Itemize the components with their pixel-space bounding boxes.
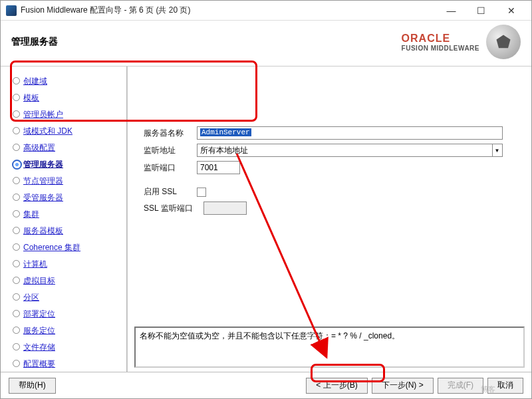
wizard-step-7[interactable]: 受管服务器 — [10, 190, 126, 206]
label-listen-port: 监听端口 — [144, 162, 197, 174]
app-icon — [6, 5, 17, 16]
combo-listen-address-value: 所有本地地址 — [200, 145, 248, 156]
label-server-name: 服务器名称 — [144, 128, 197, 139]
maximize-button[interactable]: ☐ — [466, 1, 496, 21]
footer-buttons: 帮助(H) < 上一步(B) 下一步(N) > 完成(F) 取消 — [1, 372, 531, 398]
checkbox-enable-ssl[interactable] — [197, 188, 206, 197]
wizard-step-4[interactable]: 高级配置 — [10, 140, 126, 156]
close-button[interactable]: ✕ — [496, 1, 526, 21]
content-panel: 服务器名称 AdminServer 监听地址 所有本地地址 ▼ 监听端口 启用 … — [127, 66, 531, 372]
label-enable-ssl: 启用 SSL — [144, 186, 197, 198]
window-controls: — ☐ ✕ — [436, 1, 526, 21]
label-ssl-port: SSL 监听端口 — [144, 203, 203, 214]
wizard-step-1[interactable]: 模板 — [10, 90, 126, 106]
wizard-step-9[interactable]: 服务器模板 — [10, 223, 126, 239]
back-button[interactable]: < 上一步(B) — [306, 378, 367, 394]
row-server-name: 服务器名称 AdminServer — [144, 126, 525, 140]
chevron-down-icon[interactable]: ▼ — [492, 144, 501, 156]
input-listen-port[interactable] — [197, 161, 240, 174]
page-header: 管理服务器 ORACLE FUSION MIDDLEWARE — [1, 21, 531, 66]
wizard-step-6[interactable]: 节点管理器 — [10, 173, 126, 190]
wizard-step-10[interactable]: Coherence 集群 — [10, 239, 126, 256]
body-area: 创建域模板管理员帐户域模式和 JDK高级配置管理服务器节点管理器受管服务器集群服… — [1, 66, 531, 372]
finish-button: 完成(F) — [438, 378, 483, 394]
wizard-step-8[interactable]: 集群 — [10, 206, 126, 223]
wizard-step-2[interactable]: 管理员帐户 — [10, 106, 126, 123]
combo-listen-address[interactable]: 所有本地地址 ▼ — [197, 144, 503, 157]
page-title: 管理服务器 — [11, 36, 402, 48]
label-listen-address: 监听地址 — [144, 145, 197, 156]
wizard-step-5[interactable]: 管理服务器 — [10, 156, 126, 173]
row-ssl-port: SSL 监听端口 — [144, 201, 525, 215]
row-enable-ssl: 启用 SSL — [144, 186, 525, 198]
brand-oracle: ORACLE — [402, 33, 479, 45]
wizard-step-15[interactable]: 服务定位 — [10, 323, 126, 339]
wizard-step-17[interactable]: 配置概要 — [10, 356, 126, 372]
next-button[interactable]: 下一步(N) > — [372, 378, 434, 394]
window-title: Fusion Middleware 配置向导 - 第 6 页 (共 20 页) — [21, 5, 436, 16]
wizard-step-12[interactable]: 虚拟目标 — [10, 273, 126, 289]
help-button[interactable]: 帮助(H) — [9, 378, 56, 394]
input-ssl-port — [203, 201, 247, 215]
svg-marker-0 — [497, 35, 511, 49]
watermark: 博客 — [481, 384, 495, 394]
wizard-step-13[interactable]: 分区 — [10, 289, 126, 306]
validation-message: 名称不能为空值或为空，并且不能包含以下任意字符：= * ? % / _clone… — [134, 327, 525, 368]
brand-block: ORACLE FUSION MIDDLEWARE — [402, 25, 521, 59]
wizard-step-0[interactable]: 创建域 — [10, 73, 126, 90]
minimize-button[interactable]: — — [436, 1, 466, 21]
brand-icon — [486, 25, 521, 59]
wizard-step-16[interactable]: 文件存储 — [10, 339, 126, 356]
wizard-step-3[interactable]: 域模式和 JDK — [10, 123, 126, 140]
row-listen-port: 监听端口 — [144, 161, 525, 174]
input-server-name[interactable]: AdminServer — [197, 126, 503, 140]
wizard-step-14[interactable]: 部署定位 — [10, 306, 126, 323]
wizard-steps-sidebar: 创建域模板管理员帐户域模式和 JDK高级配置管理服务器节点管理器受管服务器集群服… — [1, 66, 127, 372]
wizard-window: Fusion Middleware 配置向导 - 第 6 页 (共 20 页) … — [0, 0, 532, 399]
brand-text: ORACLE FUSION MIDDLEWARE — [402, 33, 479, 52]
wizard-step-11[interactable]: 计算机 — [10, 256, 126, 273]
row-listen-address: 监听地址 所有本地地址 ▼ — [144, 144, 525, 157]
form-area: 服务器名称 AdminServer 监听地址 所有本地地址 ▼ 监听端口 启用 … — [128, 66, 531, 327]
titlebar: Fusion Middleware 配置向导 - 第 6 页 (共 20 页) … — [1, 1, 531, 21]
brand-fusion-middleware: FUSION MIDDLEWARE — [402, 45, 479, 52]
